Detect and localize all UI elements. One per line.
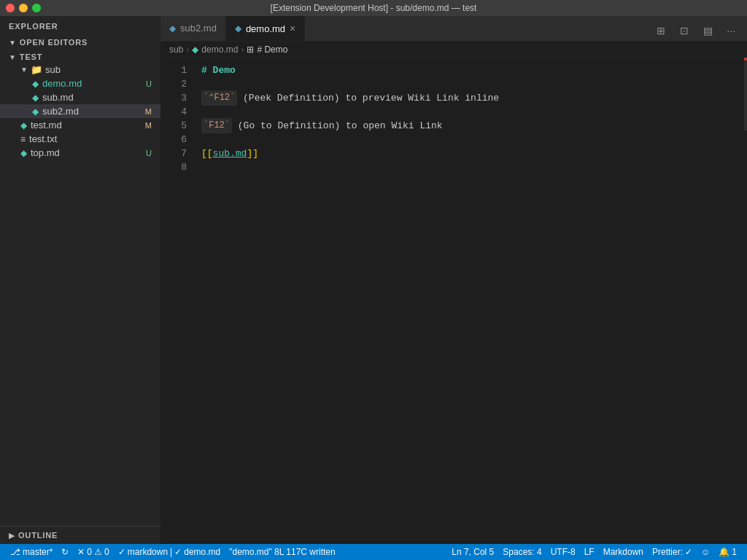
spaces-text: Spaces: 4 bbox=[503, 547, 541, 557]
error-icon: ✕ bbox=[77, 547, 85, 557]
status-encoding[interactable]: UTF-8 bbox=[546, 544, 580, 560]
breadcrumb-symbol[interactable]: # Demo bbox=[257, 44, 287, 55]
sidebar-file-test-txt[interactable]: ≡ test.txt bbox=[0, 132, 160, 146]
code-line-3: `⌃F12` (Peek Definition) to preview Wiki… bbox=[201, 91, 737, 105]
sidebar-file-demo-md[interactable]: ◆ demo.md U bbox=[0, 77, 160, 90]
code-line-1: # Demo bbox=[201, 63, 737, 77]
code-ctrlf12: `⌃F12` bbox=[201, 90, 237, 106]
prettier-text: Prettier: bbox=[652, 547, 683, 557]
status-ln-col[interactable]: Ln 7, Col 5 bbox=[447, 544, 498, 560]
open-editors-label: Open Editors bbox=[20, 38, 88, 47]
line-num-1: 1 bbox=[160, 63, 187, 77]
tab-bar: ◆ sub2.md ◆ demo.md × ⊞ ⊡ ▤ ··· bbox=[160, 16, 747, 42]
sub-folder-name: sub bbox=[45, 64, 155, 75]
more-actions-button[interactable]: ··· bbox=[721, 20, 741, 41]
editor-content[interactable]: 1 2 3 4 5 6 7 8 # Demo `⌃F12` (Peek bbox=[160, 58, 747, 544]
filename-sub2-md: sub2.md bbox=[42, 106, 145, 117]
tab-demo-md[interactable]: ◆ demo.md × bbox=[226, 16, 305, 41]
status-prettier[interactable]: Prettier: ✓ bbox=[648, 544, 697, 560]
check-icon: ✓ bbox=[118, 547, 125, 557]
breadcrumb-file-icon: ◆ bbox=[192, 44, 198, 55]
tab-sub2-md-label: sub2.md bbox=[180, 23, 217, 34]
filename-test-md: test.md bbox=[31, 120, 145, 131]
minimize-button[interactable] bbox=[19, 4, 28, 12]
line-num-3: 3 bbox=[160, 91, 187, 105]
test-group[interactable]: ▼ Test bbox=[0, 48, 160, 63]
tab-sub2-md[interactable]: ◆ sub2.md bbox=[160, 16, 226, 41]
prettier-check-icon: ✓ bbox=[685, 547, 692, 557]
code-editor[interactable]: # Demo `⌃F12` (Peek Definition) to previ… bbox=[196, 58, 737, 544]
breadcrumb-folder[interactable]: sub bbox=[169, 44, 183, 55]
lang-sep: | bbox=[170, 547, 172, 557]
status-language[interactable]: Markdown bbox=[599, 544, 648, 560]
badge-sub2-md: M bbox=[145, 107, 152, 116]
sidebar-file-sub-md[interactable]: ◆ sub.md bbox=[0, 90, 160, 104]
file-check-label: demo.md bbox=[184, 547, 220, 557]
md-icon: ◆ bbox=[20, 148, 27, 158]
test-label: Test bbox=[20, 52, 43, 61]
status-sync[interactable]: ↻ bbox=[57, 544, 73, 560]
titlebar: [Extension Development Host] - sub/demo.… bbox=[0, 0, 747, 16]
code-f12: `F12` bbox=[201, 118, 232, 133]
tab-demo-md-label: demo.md bbox=[246, 23, 285, 34]
window-title: [Extension Development Host] - sub/demo.… bbox=[271, 3, 477, 13]
breadcrumb-file[interactable]: demo.md bbox=[201, 44, 238, 55]
wiki-close-bracket: ]] bbox=[247, 147, 258, 160]
branch-icon: ⎇ bbox=[10, 547, 20, 557]
line-num-6: 6 bbox=[160, 133, 187, 147]
badge-demo-md: U bbox=[146, 79, 152, 88]
sidebar-file-sub2-md[interactable]: ◆ sub2.md M bbox=[0, 104, 160, 118]
written-text: "demo.md" 8L 117C written bbox=[229, 547, 335, 557]
heading-hash: # Demo bbox=[201, 63, 236, 77]
bell-count: 1 bbox=[732, 547, 737, 557]
window-controls[interactable] bbox=[6, 4, 41, 12]
sidebar: Explorer ▼ Open Editors ▼ Test ▼ 📁 sub ◆… bbox=[0, 16, 160, 544]
code-line-5: `F12` (Go to Definition) to open Wiki Li… bbox=[201, 119, 737, 133]
status-spaces[interactable]: Spaces: 4 bbox=[498, 544, 546, 560]
filename-test-txt: test.txt bbox=[29, 133, 155, 144]
bell-icon: 🔔 bbox=[719, 547, 729, 557]
status-branch[interactable]: ⎇ master* bbox=[6, 544, 57, 560]
status-feedback[interactable]: ☺ bbox=[697, 544, 714, 560]
ln-col-text: Ln 7, Col 5 bbox=[452, 547, 494, 557]
sidebar-file-top-md[interactable]: ◆ top.md U bbox=[0, 146, 160, 160]
status-lang-check[interactable]: ✓ markdown | ✓ demo.md bbox=[114, 544, 225, 560]
status-eol[interactable]: LF bbox=[580, 544, 599, 560]
filename-top-md: top.md bbox=[31, 147, 146, 158]
wiki-open-bracket: [[ bbox=[201, 147, 213, 160]
outline-section[interactable]: ▶ Outline bbox=[0, 526, 160, 544]
outline-chevron: ▶ bbox=[9, 532, 15, 540]
status-errors[interactable]: ✕ 0 ⚠ 0 bbox=[73, 544, 113, 560]
warning-count: 0 bbox=[104, 547, 109, 557]
language-text: Markdown bbox=[603, 547, 643, 557]
line-num-5: 5 bbox=[160, 119, 187, 133]
line-num-7: 7 bbox=[160, 147, 187, 160]
code-line-8 bbox=[201, 160, 737, 174]
tab-demo-md-close[interactable]: × bbox=[290, 23, 295, 34]
filename-demo-md: demo.md bbox=[42, 78, 146, 89]
split-editor-button[interactable]: ⊞ bbox=[651, 20, 671, 41]
md-icon: ◆ bbox=[32, 106, 39, 117]
toggle-panel-button[interactable]: ⊡ bbox=[674, 20, 694, 41]
maximize-button[interactable] bbox=[32, 4, 41, 12]
wiki-link-text: sub.md bbox=[213, 147, 247, 160]
layout-button[interactable]: ▤ bbox=[697, 20, 718, 41]
minimap-bg bbox=[744, 58, 747, 131]
sub-folder[interactable]: ▼ 📁 sub bbox=[0, 63, 160, 77]
tab-actions: ⊞ ⊡ ▤ ··· bbox=[645, 20, 747, 41]
editor-area: ◆ sub2.md ◆ demo.md × ⊞ ⊡ ▤ ··· sub › ◆ … bbox=[160, 16, 747, 544]
txt-icon: ≡ bbox=[20, 134, 26, 144]
badge-test-md: M bbox=[145, 121, 152, 130]
open-editors-group[interactable]: ▼ Open Editors bbox=[0, 34, 160, 48]
sync-icon: ↻ bbox=[61, 547, 69, 557]
code-line-7: [[sub.md]] bbox=[201, 147, 737, 160]
status-bell[interactable]: 🔔 1 bbox=[714, 544, 741, 560]
tab-sub2-md-icon: ◆ bbox=[169, 23, 176, 34]
outline-label: Outline bbox=[18, 531, 58, 540]
sidebar-file-test-md[interactable]: ◆ test.md M bbox=[0, 118, 160, 132]
open-editors-chevron: ▼ bbox=[9, 39, 17, 47]
close-button[interactable] bbox=[6, 4, 15, 12]
tab-demo-md-icon: ◆ bbox=[235, 23, 241, 34]
check-icon2: ✓ bbox=[174, 547, 182, 557]
line-numbers: 1 2 3 4 5 6 7 8 bbox=[160, 58, 196, 544]
